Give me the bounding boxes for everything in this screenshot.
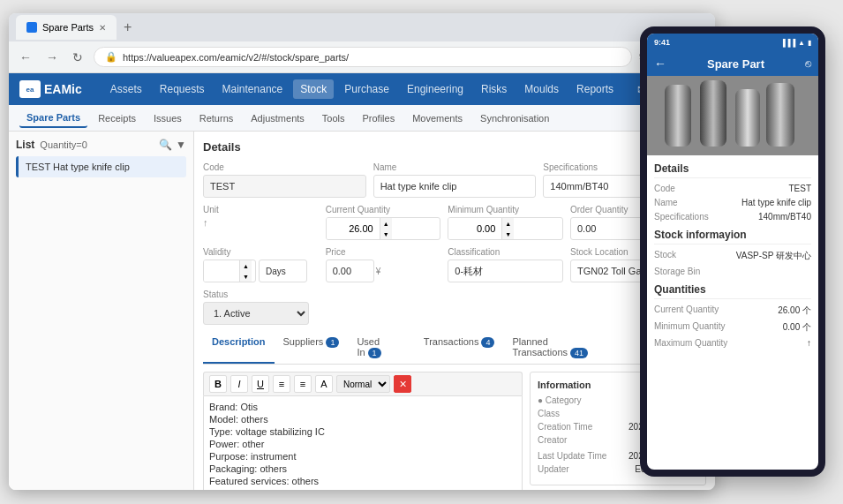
sub-nav-issues[interactable]: Issues	[147, 109, 189, 127]
browser-tab[interactable]: Spare Parts ✕	[16, 15, 117, 40]
validity-input-wrapper: ▲ ▼	[203, 260, 256, 282]
current-qty-input[interactable]	[327, 218, 380, 239]
mobile-max-qty-label: Maximum Quantity	[654, 338, 727, 348]
tab-close-button[interactable]: ✕	[99, 23, 106, 33]
suppliers-badge: 1	[326, 337, 339, 348]
list-icons: 🔍 ▼	[159, 139, 186, 151]
new-tab-button[interactable]: +	[120, 19, 135, 35]
tab-used-in[interactable]: Used In1	[348, 332, 414, 364]
filter-button[interactable]: ▼	[176, 139, 186, 151]
svg-rect-2	[700, 80, 726, 147]
nav-assets[interactable]: Assets	[103, 79, 149, 99]
bold-button[interactable]: B	[209, 375, 227, 393]
sub-nav-spare-parts[interactable]: Spare Parts	[19, 109, 87, 128]
code-input[interactable]	[203, 175, 366, 198]
sub-nav-receipts[interactable]: Receipts	[91, 109, 143, 127]
list-item[interactable]: TEST Hat type knife clip	[16, 156, 186, 177]
svg-rect-4	[766, 83, 794, 147]
app-logo: ea EAMic	[19, 80, 82, 98]
code-label: Code	[203, 162, 366, 172]
nav-engineering[interactable]: Engineering	[400, 79, 470, 99]
classification-select[interactable]: 0-耗材	[448, 260, 563, 282]
current-qty-wrapper: ▲ ▼	[326, 217, 441, 240]
current-qty-group: Current Quantity ▲ ▼	[326, 205, 441, 240]
sub-nav-profiles[interactable]: Profiles	[356, 109, 403, 127]
nav-maintenance[interactable]: Maintenance	[215, 79, 290, 99]
status-select[interactable]: 1. Active	[203, 302, 309, 325]
mobile-current-qty-label: Current Quantity	[654, 305, 719, 317]
browser-tab-bar: Spare Parts ✕ +	[9, 13, 715, 41]
back-button[interactable]: ←	[16, 49, 35, 66]
list-button[interactable]: ≡	[273, 375, 290, 393]
nav-stock[interactable]: Stock	[293, 79, 334, 99]
nav-risks[interactable]: Risks	[474, 79, 514, 99]
sub-nav-tools[interactable]: Tools	[315, 109, 352, 127]
forward-button[interactable]: →	[42, 49, 62, 66]
details-title: Details	[203, 140, 706, 154]
tab-planned-transactions[interactable]: Planned Transactions41	[503, 332, 634, 364]
nav-purchase[interactable]: Purchase	[337, 79, 396, 99]
address-bar[interactable]: 🔒 https://valueapex.com/eamic/v2/#/stock…	[94, 47, 632, 67]
ordered-list-button[interactable]: ≡	[294, 375, 312, 393]
sub-nav-movements[interactable]: Movements	[405, 109, 470, 127]
reload-button[interactable]: ↻	[69, 49, 87, 66]
svg-rect-1	[665, 85, 691, 147]
clear-format-button[interactable]: ✕	[394, 375, 411, 393]
mobile-min-qty-label: Minimum Quantity	[654, 321, 726, 334]
app-header: ea EAMic Assets Requests Maintenance Sto…	[9, 73, 715, 105]
sub-nav-synchronisation[interactable]: Synchronisation	[473, 109, 556, 127]
validity-unit-select[interactable]: Days	[259, 260, 307, 282]
price-input[interactable]	[326, 260, 374, 282]
mobile-min-qty-value: 0.00 个	[783, 321, 811, 334]
editor-line-1: Brand: Otis	[209, 402, 516, 412]
mobile-min-qty-row: Minimum Quantity 0.00 个	[654, 321, 811, 334]
font-size-select[interactable]: Normal	[336, 375, 390, 393]
nav-items: Assets Requests Maintenance Stock Purcha…	[103, 79, 621, 99]
validity-up[interactable]: ▲	[240, 260, 252, 271]
validity-wrapper: ▲ ▼ Days	[203, 260, 319, 282]
mobile-stock-label: Stock	[654, 250, 676, 262]
name-input[interactable]	[373, 175, 537, 198]
editor-line-5: Purpose: instrument	[209, 451, 516, 462]
classification-label: Classification	[448, 247, 563, 257]
unit-input-wrapper: ↑	[203, 217, 319, 228]
sub-nav-returns[interactable]: Returns	[192, 109, 241, 127]
nav-moulds[interactable]: Moulds	[517, 79, 566, 99]
nav-reports[interactable]: Reports	[569, 79, 621, 99]
detail-tabs: Description Suppliers1 Used In1 Transact…	[203, 332, 706, 365]
align-button[interactable]: A	[315, 375, 333, 393]
italic-button[interactable]: I	[230, 375, 248, 393]
status-group: Status 1. Active	[203, 290, 327, 325]
tab-description[interactable]: Description	[203, 332, 275, 364]
validity-input[interactable]	[204, 260, 239, 282]
mobile-time: 9:41	[654, 38, 670, 47]
mobile-specs-value: 140mm/BT40	[758, 212, 811, 222]
mobile-share-icon[interactable]: ⎋	[805, 57, 811, 70]
currency-icon: ¥	[376, 267, 381, 276]
tab-transactions[interactable]: Transactions4	[415, 332, 504, 364]
classification-group: Classification 0-耗材	[448, 247, 563, 282]
min-qty-down[interactable]: ▼	[502, 229, 514, 239]
min-qty-up[interactable]: ▲	[502, 218, 514, 229]
mobile-status-bar: 9:41 ▐▐▐ ▲ ▮	[647, 34, 818, 51]
mobile-back-button[interactable]: ←	[654, 56, 666, 71]
category-label: ● Category	[538, 395, 581, 405]
search-button[interactable]: 🔍	[159, 139, 172, 151]
tab-suppliers[interactable]: Suppliers1	[275, 332, 349, 364]
validity-down[interactable]: ▼	[240, 271, 252, 282]
underline-button[interactable]: U	[252, 375, 269, 393]
validity-label: Validity	[203, 247, 319, 257]
name-label: Name	[373, 162, 537, 172]
current-qty-up[interactable]: ▲	[380, 218, 392, 229]
min-qty-input[interactable]	[448, 218, 501, 239]
mobile-stock-info-section: Stock informayion	[654, 229, 811, 244]
mobile-max-qty-row: Maximum Quantity ↑	[654, 338, 811, 348]
nav-requests[interactable]: Requests	[153, 79, 212, 99]
sub-nav-adjustments[interactable]: Adjustments	[244, 109, 312, 127]
editor-content[interactable]: Brand: Otis Model: others Type: voltage …	[203, 395, 523, 490]
mobile-name-label: Name	[654, 198, 678, 207]
planned-badge: 41	[570, 348, 588, 358]
current-qty-down[interactable]: ▼	[380, 229, 392, 239]
price-label: Price	[326, 247, 441, 257]
browser-toolbar: ← → ↻ 🔒 https://valueapex.com/eamic/v2/#…	[9, 41, 715, 73]
